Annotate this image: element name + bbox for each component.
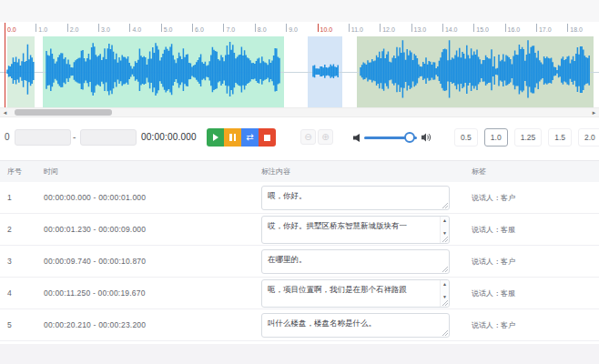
- scroll-up-icon[interactable]: ▲: [441, 281, 449, 287]
- speed-option-1.0[interactable]: 1.0: [484, 128, 508, 147]
- annotation-field: 叫什么楼盘，楼盘名称是什么。 ▲▼: [261, 313, 450, 338]
- annotation-field: 哎，你好。拱墅区桥东智慧新城版块有一 ▲▼: [261, 216, 450, 244]
- row-time: 00:00:00.000 - 00:00:01.000: [44, 182, 146, 214]
- scroll-up-icon[interactable]: ▲: [441, 217, 449, 223]
- table-row: 5 00:00:20.210 - 00:00:23.200 叫什么楼盘，楼盘名称…: [0, 309, 599, 341]
- annotation-field: 喂，你好。 ▲▼: [261, 186, 450, 210]
- table-row: 1 00:00:00.000 - 00:00:01.000 喂，你好。 ▲▼ 说…: [0, 182, 599, 214]
- annotation-textarea[interactable]: 喂，你好。: [261, 186, 450, 210]
- volume-slider-handle[interactable]: [404, 132, 415, 143]
- ruler-tick: [192, 24, 193, 32]
- header-time: 时间: [44, 161, 58, 183]
- ruler-tick: [67, 24, 68, 32]
- header-index: 序号: [7, 161, 22, 183]
- ruler-tick: [411, 24, 412, 32]
- speaker-label: 说话人：客户: [472, 182, 515, 214]
- volume-up-icon: [421, 133, 431, 142]
- volume-control: [353, 130, 431, 145]
- waveform-panel[interactable]: [0, 36, 599, 107]
- resize-grip-icon[interactable]: [442, 202, 448, 208]
- ruler-tick-label: 11.0: [351, 26, 363, 33]
- resize-grip-icon[interactable]: [442, 329, 448, 336]
- speaker-label: 说话人：客户: [472, 309, 515, 341]
- speed-option-0.5[interactable]: 0.5: [454, 128, 478, 147]
- play-icon: [213, 134, 218, 141]
- resize-grip-icon[interactable]: [442, 299, 448, 306]
- annotation-textarea[interactable]: 叫什么楼盘，楼盘名称是什么。: [261, 313, 450, 338]
- scrollbar-thumb[interactable]: [15, 109, 112, 116]
- footer-bar: [0, 344, 599, 364]
- row-index: 1: [7, 182, 12, 214]
- zoom-out-button[interactable]: ⊖: [300, 129, 316, 145]
- speaker-label: 说话人：客户: [472, 246, 515, 278]
- loop-icon: ⇄: [246, 133, 253, 142]
- row-index: 4: [7, 278, 12, 309]
- ruler-tick: [567, 24, 568, 32]
- speaker-label: 说话人：客服: [472, 278, 515, 309]
- ruler-tick: [286, 24, 287, 32]
- ruler-tick-label: 7.0: [226, 26, 235, 33]
- start-time-input[interactable]: [15, 129, 71, 146]
- speed-option-1.25[interactable]: 1.25: [514, 128, 543, 147]
- speed-option-1.5[interactable]: 1.5: [548, 128, 572, 147]
- row-time: 00:00:01.230 - 00:00:09.000: [44, 214, 146, 246]
- annotation-textarea[interactable]: 哎，你好。拱墅区桥东智慧新城版块有一: [261, 216, 450, 244]
- table-header: 序号 时间 标注内容 标签: [0, 160, 599, 182]
- current-time-display: 00:00:00.000: [141, 132, 197, 142]
- resize-grip-icon[interactable]: [442, 266, 448, 272]
- pause-button[interactable]: [224, 128, 241, 147]
- zoom-in-button[interactable]: ⊕: [318, 129, 333, 145]
- row-time: 00:00:11.250 - 00:00:19.670: [44, 278, 146, 309]
- ruler-tick: [536, 24, 537, 32]
- ruler-tick-label: 14.0: [445, 26, 458, 33]
- playhead-cursor[interactable]: [5, 23, 5, 107]
- loop-button[interactable]: ⇄: [241, 128, 259, 147]
- scrollbar-right-icon[interactable]: ▸: [589, 108, 599, 116]
- table-row: 4 00:00:11.250 - 00:00:19.670 呃，项目位置啊，我们…: [0, 278, 599, 309]
- ruler-tick-label: 10.0: [320, 26, 333, 33]
- annotation-field: 呃，项目位置啊，我们是在那个石祥路跟 ▲▼: [261, 279, 450, 308]
- play-button[interactable]: [207, 128, 224, 147]
- ruler-tick: [129, 24, 130, 32]
- volume-down-icon: [353, 134, 360, 142]
- ruler-tick-label: 6.0: [195, 26, 204, 33]
- ruler-tick-label: 4.0: [132, 26, 141, 33]
- annotation-textarea[interactable]: 呃，项目位置啊，我们是在那个石祥路跟: [261, 279, 450, 308]
- ruler-tick: [255, 24, 256, 32]
- ruler-tick: [505, 24, 506, 32]
- speed-option-2.0[interactable]: 2.0: [578, 128, 599, 147]
- annotation-table: 序号 时间 标注内容 标签 1 00:00:00.000 - 00:00:01.…: [0, 160, 599, 341]
- timeline-ruler: 0.01.02.03.04.05.06.07.08.09.010.011.012…: [0, 22, 599, 36]
- ruler-tick-label: 8.0: [258, 26, 267, 33]
- annotation-textarea[interactable]: 在哪里的。: [261, 249, 450, 274]
- ruler-tick-label: 15.0: [476, 26, 489, 33]
- row-time: 00:00:09.740 - 00:00:10.870: [44, 246, 146, 278]
- playback-speed-group: 0.5 1.0 1.25 1.5 2.0: [454, 128, 599, 147]
- ruler-tick-label: 16.0: [508, 26, 521, 33]
- ruler-tick-label: 18.0: [570, 26, 583, 33]
- ruler-tick: [442, 24, 443, 32]
- ruler-tick-label: 9.0: [289, 26, 298, 33]
- row-index: 3: [7, 246, 12, 278]
- ruler-tick-label: 17.0: [539, 26, 552, 33]
- table-row: 3 00:00:09.740 - 00:00:10.870 在哪里的。 ▲▼ 说…: [0, 246, 599, 278]
- scrollbar-left-icon[interactable]: ◂: [0, 108, 10, 116]
- transport-bar: 0 - 00:00:00.000 ⇄ ⊖ ⊕ 0.5 1.0 1.25 1.5: [0, 126, 599, 149]
- table-row: 2 00:00:01.230 - 00:00:09.000 哎，你好。拱墅区桥东…: [0, 214, 599, 246]
- playback-button-group: ⇄: [207, 128, 276, 147]
- ruler-tick-label: 2.0: [70, 26, 79, 33]
- ruler-tick-label: 13.0: [414, 26, 427, 33]
- speaker-label: 说话人：客服: [472, 214, 515, 246]
- ruler-tick: [318, 24, 319, 32]
- volume-slider[interactable]: [364, 131, 417, 145]
- top-toolbar: [0, 0, 599, 22]
- end-time-input[interactable]: [80, 129, 137, 146]
- ruler-tick: [380, 24, 381, 32]
- ruler-tick: [36, 24, 36, 32]
- stop-button[interactable]: [259, 128, 276, 147]
- resize-grip-icon[interactable]: [442, 236, 448, 242]
- annotation-field: 在哪里的。 ▲▼: [261, 249, 450, 274]
- ruler-tick: [223, 24, 224, 32]
- pause-icon: [229, 134, 236, 141]
- waveform-scrollbar[interactable]: ◂ ▸: [0, 107, 599, 117]
